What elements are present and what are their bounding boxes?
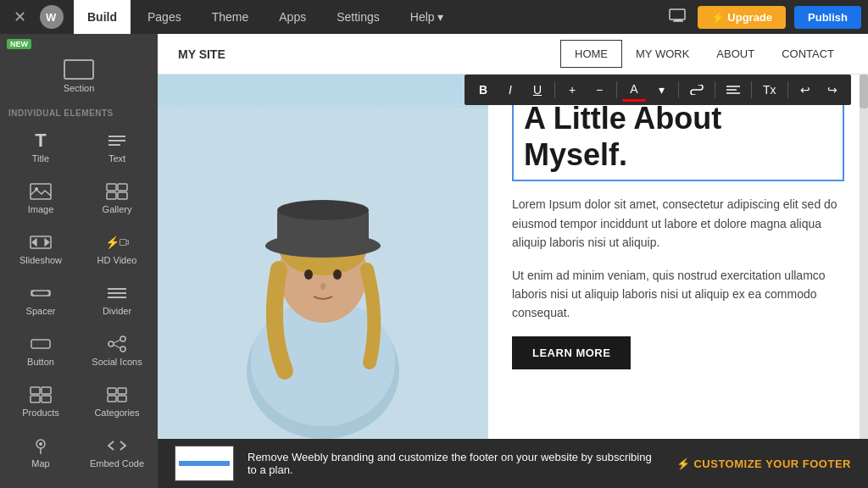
footer-banner-text: Remove Weebly branding and customize the… [248,451,663,476]
main-heading: A Little AboutMyself. [524,100,832,173]
tab-theme[interactable]: Theme [198,0,263,34]
site-header-preview: MY SITE HOME MY WORK ABOUT CONTACT [158,34,868,75]
sidebar-item-text[interactable]: Text [80,123,154,172]
svg-rect-2 [670,9,685,19]
sidebar-item-title[interactable]: T Title [3,123,78,172]
lightning-badge: ⚡ [105,236,120,249]
nav-item-about[interactable]: ABOUT [703,40,768,68]
footer-upgrade-banner: Remove Weebly branding and customize the… [158,439,868,488]
svg-rect-36 [108,396,116,402]
svg-point-27 [120,347,125,352]
toolbar-font-color-button[interactable]: A [622,79,646,102]
sidebar: NEW Section INDIVIDUAL ELEMENTS T Title … [0,34,158,488]
sidebar-item-button[interactable]: Button [3,326,78,375]
svg-point-54 [304,269,313,280]
toolbar-separator-4 [715,81,715,98]
svg-point-25 [108,341,114,347]
nav-item-home[interactable]: HOME [560,40,622,68]
site-title: MY SITE [178,47,225,61]
sidebar-item-social-icons[interactable]: Social Icons [80,326,154,375]
sidebar-item-section[interactable]: Section [3,53,154,100]
sidebar-item-embed-code[interactable]: Embed Code [80,428,154,477]
footer-preview-image [175,446,234,481]
embed-code-icon [105,436,129,455]
new-badge: NEW [7,39,31,49]
svg-point-53 [277,200,369,220]
svg-line-29 [114,345,120,348]
sidebar-item-spacer[interactable]: Spacer [3,275,78,324]
upgrade-button[interactable]: ⚡ Upgrade [698,6,786,29]
body-text-paragraph-2: Ut enim ad minim veniam, quis nostrud ex… [512,266,844,323]
toolbar-format-button[interactable]: Tx [757,80,782,100]
svg-rect-31 [42,387,51,394]
toolbar-link-button[interactable] [684,81,709,98]
individual-elements-label: INDIVIDUAL ELEMENTS [0,102,158,121]
sidebar-item-categories[interactable]: Categories [80,377,154,426]
svg-rect-13 [118,192,127,199]
tab-help[interactable]: Help ▾ [397,0,458,34]
footer-stripe-preview [179,461,230,466]
title-icon: T [29,131,53,150]
svg-point-55 [333,269,342,280]
text-edit-toolbar: B I U + − A ▾ Tx ↩ ↪ [465,75,851,105]
categories-icon [105,385,129,404]
svg-rect-35 [118,388,126,394]
sidebar-item-hd-video[interactable]: ⚡ HD Video [80,225,154,274]
svg-rect-10 [107,184,116,191]
social-icons-icon [105,335,129,353]
body-text-paragraph-1: Lorem Ipsum dolor sit amet, consectetur … [512,195,844,252]
svg-point-56 [320,283,326,290]
toolbar-redo-button[interactable]: ↪ [821,80,844,100]
toolbar-undo-button[interactable]: ↩ [793,80,817,100]
toolbar-color-dropdown-button[interactable]: ▾ [649,80,673,100]
button-icon [29,335,53,353]
toolbar-separator-3 [678,81,679,98]
products-icon [29,385,53,404]
map-icon [29,436,53,455]
sidebar-item-slideshow[interactable]: Slideshow [3,225,78,274]
page-canvas: A Little AboutMyself. Lorem Ipsum dolor … [158,75,868,439]
person-image [158,75,488,439]
section-icon [64,59,94,80]
svg-point-26 [120,336,125,341]
tab-apps[interactable]: Apps [265,0,320,34]
nav-item-my-work[interactable]: MY WORK [622,40,703,68]
sidebar-item-divider[interactable]: Divider [80,275,154,324]
customize-footer-button[interactable]: ⚡ CUSTOMIZE YOUR FOOTER [676,458,851,470]
tab-build[interactable]: Build [74,0,131,34]
svg-point-39 [39,442,42,446]
toolbar-increase-font-button[interactable]: + [560,80,584,100]
svg-rect-34 [108,388,116,394]
scrollbar-track[interactable] [860,75,868,439]
hd-video-icon: ⚡ [105,233,129,252]
svg-rect-33 [42,396,51,402]
toolbar-bold-button[interactable]: B [471,80,495,100]
tab-pages[interactable]: Pages [134,0,195,34]
text-icon [105,131,129,150]
device-toggle-button[interactable] [662,5,694,30]
spacer-icon [29,284,53,302]
svg-line-28 [114,340,120,343]
svg-rect-11 [118,184,127,191]
sidebar-item-products[interactable]: Products [3,377,78,426]
sidebar-item-map[interactable]: Map [3,428,78,477]
toolbar-underline-button[interactable]: U [526,80,549,100]
toolbar-decrease-font-button[interactable]: − [587,80,611,100]
close-button[interactable]: ✕ [7,4,33,30]
nav-item-contact[interactable]: CONTACT [768,40,848,68]
svg-rect-16 [31,291,50,296]
svg-rect-30 [31,387,40,394]
top-navigation: ✕ W Build Pages Theme Apps Settings Help… [0,0,868,34]
scrollbar-thumb[interactable] [860,75,868,108]
toolbar-italic-button[interactable]: I [498,80,522,100]
tab-settings[interactable]: Settings [323,0,393,34]
canvas-text-panel: A Little AboutMyself. Lorem Ipsum dolor … [488,75,868,439]
gallery-icon [105,182,129,201]
sidebar-item-gallery[interactable]: Gallery [80,174,154,223]
svg-text:W: W [46,11,57,24]
publish-button[interactable]: Publish [794,6,861,29]
learn-more-button[interactable]: LEARN MORE [512,336,631,369]
canvas-image-panel [158,75,488,439]
toolbar-align-button[interactable] [721,81,746,98]
sidebar-item-image[interactable]: Image [3,174,78,223]
